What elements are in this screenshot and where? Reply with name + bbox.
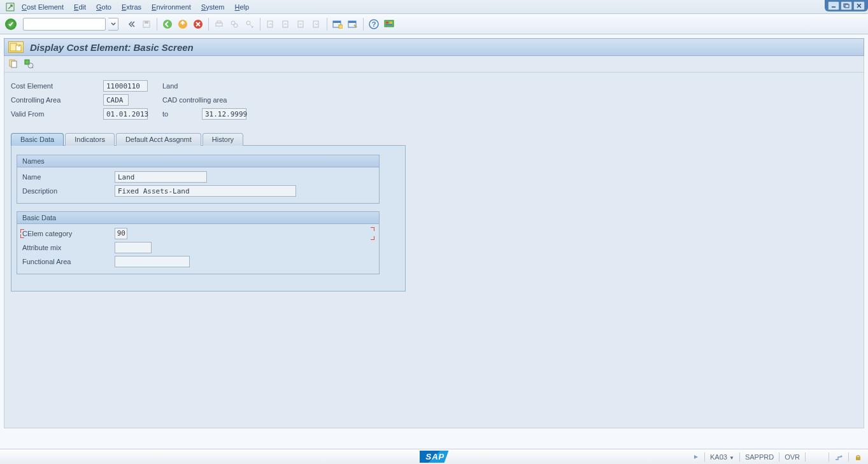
tab-history[interactable]: History <box>203 133 243 146</box>
back-icon[interactable] <box>161 18 174 31</box>
svg-rect-21 <box>333 21 341 23</box>
standard-toolbar: ? <box>0 14 868 34</box>
status-tcode[interactable]: KA03 ▼ <box>710 453 734 461</box>
svg-rect-7 <box>145 21 148 24</box>
menu-cost-element[interactable]: Cost Element <box>22 3 64 11</box>
new-session-icon[interactable] <box>331 18 344 31</box>
layout-icon[interactable] <box>383 18 395 31</box>
find-icon <box>228 18 241 31</box>
maximize-button[interactable] <box>841 1 852 10</box>
application-toolbar <box>4 56 864 73</box>
svg-point-14 <box>234 24 238 27</box>
svg-rect-29 <box>390 22 392 24</box>
page-area: Display Cost Element: Basic Screen Cost … <box>0 34 868 428</box>
svg-rect-28 <box>386 22 388 24</box>
find-next-icon <box>243 18 256 31</box>
menu-help[interactable]: Help <box>235 3 250 11</box>
enter-button[interactable] <box>5 18 17 30</box>
valid-to-label: to <box>157 110 202 118</box>
header-fields: Cost Element 11000110 Land Controlling A… <box>11 80 857 120</box>
title-object-icon[interactable] <box>8 41 24 53</box>
controlling-area-value: CADA <box>103 94 129 106</box>
content-area: Cost Element 11000110 Land Controlling A… <box>4 73 864 428</box>
status-system: SAPPRD <box>745 453 774 461</box>
svg-point-38 <box>841 455 843 457</box>
name-label: Name <box>22 173 115 181</box>
group-names-title: Names <box>17 155 379 167</box>
prev-page-icon <box>280 18 292 31</box>
menu-edit[interactable]: Edit <box>74 3 86 11</box>
tab-basic-data[interactable]: Basic Data <box>11 133 64 146</box>
svg-point-15 <box>246 21 250 25</box>
description-value: Fixed Assets-Land <box>115 185 296 197</box>
last-page-icon <box>310 18 323 31</box>
valid-from-value: 01.01.2013 <box>103 108 148 120</box>
copy-icon[interactable] <box>8 59 20 70</box>
cost-element-text: Land <box>157 82 253 90</box>
name-value: Land <box>115 171 207 183</box>
first-page-icon <box>264 18 277 31</box>
tabstrip: Basic Data Indicators Default Acct Assgn… <box>11 132 857 145</box>
menu-system[interactable]: System <box>201 3 225 11</box>
print-icon <box>213 18 225 31</box>
attribute-mix-value <box>115 242 152 253</box>
help-icon[interactable]: ? <box>367 18 380 31</box>
groupbox-names: Names Name Land Description Fixed Assets… <box>17 155 380 204</box>
status-nav-icon[interactable] <box>693 454 699 460</box>
svg-rect-12 <box>217 21 221 23</box>
command-dropdown[interactable] <box>108 18 118 31</box>
valid-to-value: 31.12.9999 <box>202 108 246 120</box>
window-controls <box>825 0 868 11</box>
controlling-area-label: Controlling Area <box>11 96 103 104</box>
menu-command-icon[interactable] <box>5 2 15 12</box>
minimize-button[interactable] <box>828 1 839 10</box>
groupbox-basic-data: Basic Data CElem category 90 Attribute m… <box>17 211 380 274</box>
menu-bar: Cost Element Edit Goto Extras Environmen… <box>0 0 868 14</box>
shortcut-icon[interactable] <box>346 18 359 31</box>
close-button[interactable] <box>853 1 865 10</box>
description-label: Description <box>22 187 115 195</box>
exit-icon[interactable] <box>176 18 189 31</box>
page-title: Display Cost Element: Basic Screen <box>30 42 194 53</box>
celem-category-label: CElem category <box>22 230 115 237</box>
svg-rect-34 <box>11 61 17 67</box>
attribute-mix-label: Attribute mix <box>22 244 115 251</box>
menu-environment[interactable]: Environment <box>152 3 191 11</box>
tab-panel-basic-data: Names Name Land Description Fixed Assets… <box>11 145 406 292</box>
status-bar: SAP KA03 ▼ SAPPRD OVR <box>0 449 868 464</box>
functional-area-value <box>115 256 190 267</box>
svg-rect-24 <box>348 21 356 23</box>
status-mode: OVR <box>785 453 800 461</box>
cancel-icon[interactable] <box>192 18 204 31</box>
functional-area-label: Functional Area <box>22 258 115 265</box>
svg-rect-30 <box>386 24 392 25</box>
svg-rect-3 <box>845 4 849 8</box>
svg-rect-17 <box>283 21 288 27</box>
menu-extras[interactable]: Extras <box>122 3 141 11</box>
save-icon <box>140 18 153 31</box>
controlling-area-text: CAD controlling area <box>157 96 253 104</box>
command-field[interactable] <box>23 18 106 31</box>
svg-text:?: ? <box>372 20 376 28</box>
status-lock-icon[interactable] <box>854 453 862 461</box>
title-bar: Display Cost Element: Basic Screen <box>4 38 864 56</box>
group-basic-title: Basic Data <box>17 212 379 224</box>
where-used-icon[interactable] <box>24 59 35 70</box>
menu-goto[interactable]: Goto <box>96 3 111 11</box>
next-page-icon <box>295 18 308 31</box>
tab-default-acct-assgnmt[interactable]: Default Acct Assgnmt <box>116 133 201 146</box>
collapse-toolbar-icon[interactable] <box>125 18 138 31</box>
svg-rect-39 <box>856 457 860 460</box>
sap-logo: SAP <box>420 451 449 463</box>
svg-point-8 <box>163 20 172 29</box>
status-connection-icon[interactable] <box>834 453 843 461</box>
cost-element-label: Cost Element <box>11 82 103 90</box>
celem-category-value: 90 <box>115 228 127 239</box>
cost-element-value: 11000110 <box>103 80 148 92</box>
tab-indicators[interactable]: Indicators <box>65 133 115 146</box>
svg-rect-11 <box>216 23 222 26</box>
svg-rect-22 <box>339 25 343 29</box>
valid-from-label: Valid From <box>11 110 103 118</box>
svg-rect-18 <box>298 21 303 27</box>
